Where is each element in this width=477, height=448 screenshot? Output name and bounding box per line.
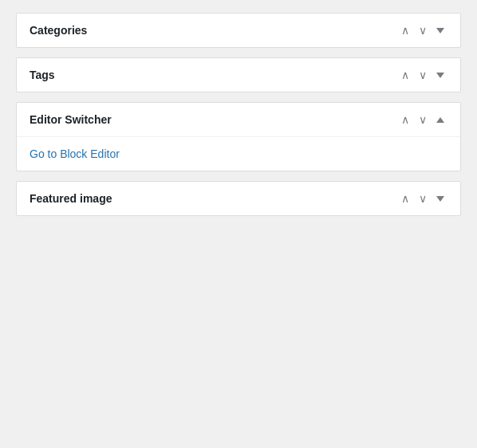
editor-switcher-panel-controls xyxy=(398,112,447,127)
tags-toggle-button[interactable] xyxy=(433,71,447,80)
chevron-up-icon xyxy=(401,114,409,125)
tags-panel-header: Tags xyxy=(17,58,460,92)
chevron-up-icon xyxy=(401,193,409,204)
chevron-up-icon xyxy=(401,25,409,36)
editor-switcher-toggle-button[interactable] xyxy=(433,116,447,124)
arrow-down-icon xyxy=(436,73,444,78)
categories-panel-header: Categories xyxy=(17,14,460,47)
editor-switcher-panel-header: Editor Switcher xyxy=(17,103,460,136)
editor-switcher-panel-title: Editor Switcher xyxy=(30,113,112,126)
tags-panel: Tags xyxy=(16,57,461,92)
editor-switcher-move-up-button[interactable] xyxy=(398,112,412,127)
editor-switcher-move-down-button[interactable] xyxy=(416,112,430,127)
featured-image-move-down-button[interactable] xyxy=(416,191,430,206)
categories-toggle-button[interactable] xyxy=(433,26,447,35)
featured-image-panel-title: Featured image xyxy=(30,192,112,205)
tags-move-down-button[interactable] xyxy=(416,68,430,82)
featured-image-panel-header: Featured image xyxy=(17,182,460,215)
featured-image-move-up-button[interactable] xyxy=(398,191,412,206)
tags-panel-title: Tags xyxy=(30,69,55,81)
chevron-down-icon xyxy=(419,193,427,204)
chevron-down-icon xyxy=(419,25,427,36)
featured-image-toggle-button[interactable] xyxy=(433,195,447,203)
arrow-down-icon xyxy=(436,28,444,33)
arrow-up-icon xyxy=(436,117,444,123)
categories-panel: Categories xyxy=(16,13,461,48)
tags-panel-controls xyxy=(398,68,447,82)
tags-move-up-button[interactable] xyxy=(398,68,412,82)
editor-switcher-panel-body: Go to Block Editor xyxy=(17,136,460,171)
categories-panel-controls xyxy=(398,23,447,37)
categories-move-up-button[interactable] xyxy=(398,23,412,37)
arrow-down-icon xyxy=(436,196,444,202)
featured-image-panel-controls xyxy=(398,191,447,206)
chevron-down-icon xyxy=(419,69,427,81)
categories-move-down-button[interactable] xyxy=(416,23,430,37)
featured-image-panel: Featured image xyxy=(16,181,461,216)
categories-panel-title: Categories xyxy=(30,24,87,37)
editor-switcher-panel: Editor Switcher Go to Block Editor xyxy=(16,102,461,171)
go-to-block-editor-link[interactable]: Go to Block Editor xyxy=(30,147,120,160)
chevron-down-icon xyxy=(419,114,427,125)
chevron-up-icon xyxy=(401,69,409,81)
